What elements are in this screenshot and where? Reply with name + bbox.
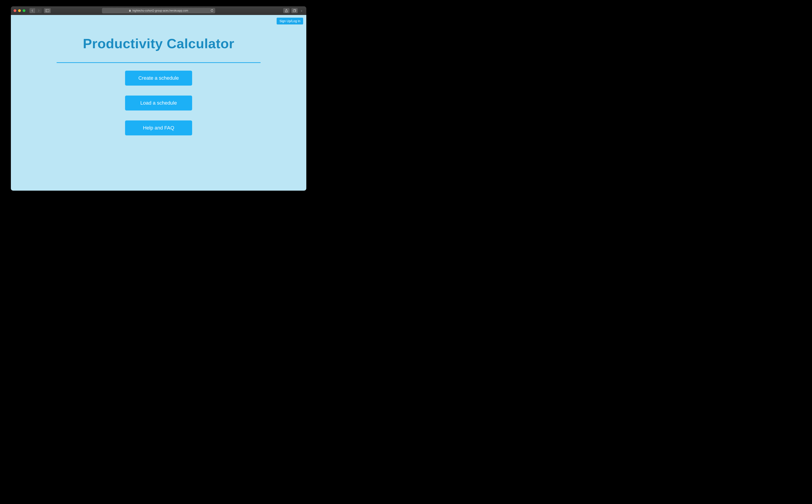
page-title: Productivity Calculator <box>11 36 306 51</box>
maximize-window-button[interactable] <box>23 9 25 12</box>
share-icon <box>285 9 288 12</box>
tabs-button[interactable] <box>291 8 298 13</box>
lock-icon <box>129 9 131 12</box>
new-tab-button[interactable]: + <box>299 9 303 13</box>
create-schedule-button[interactable]: Create a schedule <box>125 71 192 86</box>
forward-button[interactable] <box>36 8 42 13</box>
chevron-left-icon <box>31 10 34 12</box>
title-divider <box>57 62 260 63</box>
chevron-right-icon <box>38 10 40 12</box>
help-faq-button[interactable]: Help and FAQ <box>125 120 192 135</box>
minimize-window-button[interactable] <box>18 9 21 12</box>
tabs-icon <box>293 9 296 12</box>
load-schedule-button[interactable]: Load a schedule <box>125 96 192 110</box>
svg-rect-2 <box>129 10 131 12</box>
page-viewport: Sign Up/Log In Productivity Calculator C… <box>11 15 306 191</box>
svg-rect-0 <box>46 9 49 12</box>
url-text: hightechu-cohort2-group-aces.herokuapp.c… <box>132 9 188 12</box>
browser-titlebar: hightechu-cohort2-group-aces.herokuapp.c… <box>11 6 306 15</box>
address-bar[interactable]: hightechu-cohort2-group-aces.herokuapp.c… <box>102 8 215 13</box>
reload-icon <box>210 9 213 12</box>
browser-window: hightechu-cohort2-group-aces.herokuapp.c… <box>11 6 306 191</box>
sidebar-icon <box>46 9 49 12</box>
signup-login-button[interactable]: Sign Up/Log In <box>277 18 303 24</box>
titlebar-right-controls: + <box>283 8 303 13</box>
close-window-button[interactable] <box>14 9 16 12</box>
svg-rect-3 <box>293 10 295 12</box>
nav-controls <box>29 8 42 13</box>
share-button[interactable] <box>283 8 289 13</box>
reload-button[interactable] <box>210 9 213 12</box>
main-actions: Create a schedule Load a schedule Help a… <box>11 71 306 135</box>
back-button[interactable] <box>29 8 35 13</box>
sidebar-toggle-button[interactable] <box>44 8 51 13</box>
window-controls <box>14 9 25 12</box>
